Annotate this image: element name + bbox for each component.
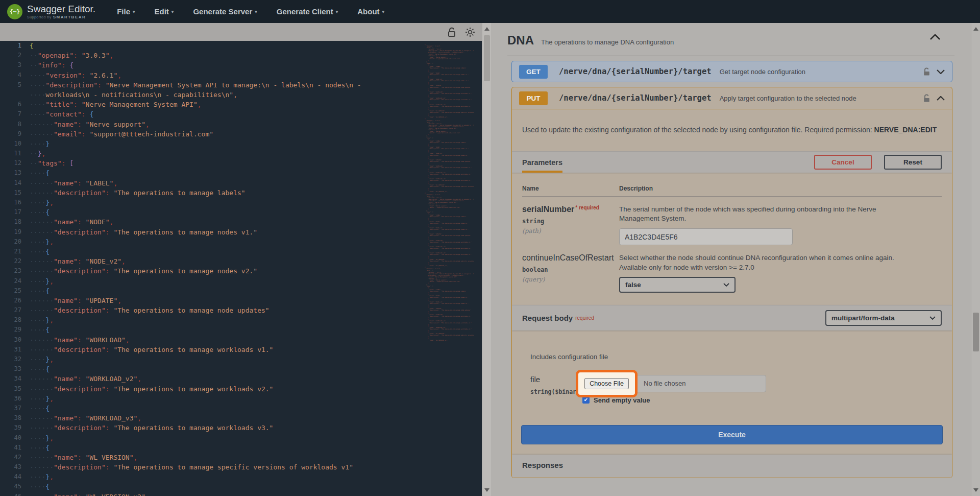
code-line: 12··"tags": [ [0,158,482,168]
code-line: 30······"name": "WORKLOAD", [0,335,482,345]
menu-about[interactable]: About▾ [357,7,384,16]
get-method-badge: GET [519,65,548,79]
code-line: 16····}, [0,198,482,207]
code-line: 17····{ [0,207,482,217]
param-type: string [522,218,619,225]
swagger-logo-icon: {⋯} [7,4,22,19]
file-param-row: file string($binary) No file chosen Choo… [530,375,942,406]
code-line: 26······"name": "UPDATE", [0,296,482,305]
topbar: {⋯} Swagger Editor. Supported bySMARTBEA… [0,0,980,23]
get-summary: Get target node configuration [720,68,923,76]
code-line: 20····}, [0,237,482,247]
section-collapse-chevron-icon[interactable] [930,34,940,40]
code-line: 23······"description": "The operations t… [0,266,482,276]
required-marker: * required [575,205,599,210]
code-line: 29····{ [0,325,482,335]
param-name: serialNumber [522,205,574,214]
section-description: The operations to manage DNA configurati… [541,38,674,46]
code-line: 24····}, [0,276,482,286]
auth-lock-icon[interactable] [923,67,930,76]
api-docs-pane: DNA The operations to manage DNA configu… [491,23,980,496]
code-line: 28····}, [0,315,482,325]
editor-scrollbar-thumb[interactable] [484,35,490,81]
app-title: Swagger Editor. [27,4,95,14]
annotation-highlight: Choose File [576,370,638,397]
scroll-up-arrow[interactable] [973,27,978,31]
media-type-select[interactable]: multipart/form-data [825,310,942,326]
code-line: 46······"name": "WL_VERSION_v2", [0,492,482,496]
tab-parameters[interactable]: Parameters [522,152,562,173]
code-line: 40····}, [0,433,482,443]
code-line: 45····{ [0,482,482,491]
code-line: 44····}, [0,472,482,482]
put-operation-header[interactable]: PUT /nerve/dna/{serialNumber}/target App… [512,87,952,109]
get-operation-header[interactable]: GET /nerve/dna/{serialNumber}/target Get… [512,61,952,82]
required-permission: NERVE_DNA:EDIT [874,126,937,134]
code-line: 31······"description": "The operations t… [0,345,482,355]
required-marker: required [575,315,594,321]
code-line: 9······"email": "support@tttech-industri… [0,129,482,139]
request-body-section-header: Request body required multipart/form-dat… [512,305,952,330]
brightness-icon[interactable] [464,27,476,38]
code-line: 10····} [0,139,482,149]
put-summary: Apply target configuration to the select… [720,95,923,102]
docs-scrollbar[interactable] [971,23,980,496]
menu-file[interactable]: File▾ [117,7,135,16]
docs-scrollbar-thumb[interactable] [973,313,979,351]
param-type: boolean [522,266,619,273]
code-line: 39······"description": "The operations t… [0,423,482,433]
continueInCaseOfRestart-select[interactable]: false [619,277,736,293]
param-description: Select whether the node should continue … [619,253,913,272]
code-line: 7····"contact": { [0,109,482,119]
parameters-table: Name Description serialNumber* required … [512,173,952,305]
param-description: The serial number of the node which was … [619,205,913,223]
scroll-down-arrow[interactable] [484,488,489,492]
code-line: ····workloads\n - notifications\n - capa… [0,90,482,100]
code-line: 41····{ [0,443,482,453]
param-name: file [530,375,581,384]
code-line: 1{ [0,41,482,51]
scroll-up-arrow[interactable] [484,27,489,31]
request-body-params: Includes configuration file file string(… [512,330,952,406]
code-line: 25····{ [0,286,482,296]
param-row-continueInCaseOfRestart: continueInCaseOfRestart boolean (query) … [522,245,942,292]
execute-button[interactable]: Execute [521,425,943,444]
code-line: 38······"name": "WORKLOAD_v3", [0,413,482,423]
chevron-down-icon[interactable] [937,69,945,74]
column-header-name: Name [522,185,619,192]
menu-generate-server[interactable]: Generate Server▾ [193,7,257,16]
code-line: 19······"description": "The operations t… [0,227,482,237]
unlock-icon[interactable] [446,27,457,38]
send-empty-value-checkbox[interactable]: ✔ [582,396,590,404]
code-line: 22······"name": "NODE_v2", [0,256,482,266]
code-line: 6····"title": "Nerve Management System A… [0,100,482,109]
serialNumber-input[interactable] [619,228,793,245]
param-row-serialNumber: serialNumber* required string (path) The… [522,197,942,245]
request-body-label: Request body [522,314,573,322]
code-line: 27······"description": "The operations t… [0,305,482,315]
auth-lock-icon[interactable] [923,94,930,103]
code-line: 36····}, [0,394,482,404]
code-line: 34······"name": "WORKLOAD_v2", [0,374,482,384]
param-location: (query) [522,276,619,283]
section-divider [507,56,954,56]
editor-scrollbar[interactable] [482,23,491,496]
reset-button[interactable]: Reset [884,155,942,170]
menu-edit[interactable]: Edit▾ [155,7,174,16]
code-line: 33····{ [0,364,482,374]
code-line: 5····"description": "Nerve Management Sy… [0,80,482,90]
responses-section-header: Responses [512,455,952,478]
cancel-button[interactable]: Cancel [814,155,872,170]
topbar-menus: File▾Edit▾Generate Server▾Generate Clien… [117,7,384,16]
code-line: 43······"description": "The operations t… [0,462,482,472]
code-line: 42······"name": "WL_VERSION", [0,453,482,462]
scroll-down-arrow[interactable] [973,488,978,492]
code-editor[interactable]: 1{2··"openapi": "3.0.3",3··"info": {4···… [0,41,482,496]
editor-toolbar [0,23,482,41]
code-line: 37····{ [0,404,482,413]
operation-description: Used to update the existing configuratio… [512,109,952,151]
menu-generate-client[interactable]: Generate Client▾ [277,7,338,16]
choose-file-button[interactable]: Choose File [584,378,629,389]
chevron-up-icon[interactable] [937,96,945,101]
get-path: /nerve/dna/{serialNumber}/target [559,67,712,76]
